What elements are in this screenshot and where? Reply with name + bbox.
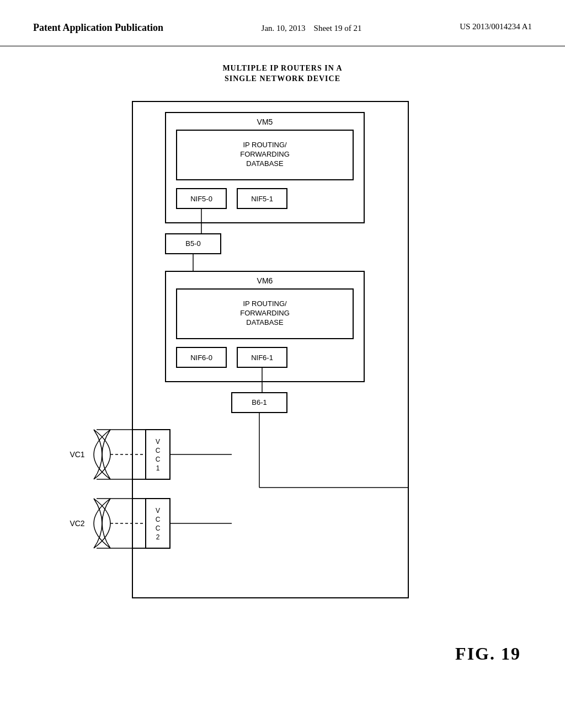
page-header: Patent Application Publication Jan. 10, … <box>0 0 565 46</box>
svg-text:C: C <box>156 516 161 523</box>
svg-text:C: C <box>156 447 161 454</box>
svg-rect-0 <box>132 101 408 598</box>
svg-rect-3 <box>177 130 353 180</box>
svg-rect-7 <box>177 189 226 208</box>
svg-text:VC2: VC2 <box>70 519 84 528</box>
svg-text:VM6: VM6 <box>257 276 273 285</box>
publication-title: Patent Application Publication <box>33 22 163 34</box>
date-label: Jan. 10, 2013 <box>262 24 306 33</box>
svg-rect-12 <box>166 234 221 254</box>
svg-rect-21 <box>177 347 226 367</box>
svg-rect-9 <box>237 189 287 208</box>
svg-text:VC1: VC1 <box>70 450 84 459</box>
svg-text:NIF6-0: NIF6-0 <box>190 354 212 362</box>
svg-text:IP ROUTING/: IP ROUTING/ <box>243 299 287 308</box>
svg-text:B5-0: B5-0 <box>185 239 200 248</box>
patent-number: US 2013/0014234 A1 <box>460 22 532 31</box>
svg-text:2: 2 <box>156 533 160 541</box>
svg-rect-23 <box>237 347 287 367</box>
svg-text:DATABASE: DATABASE <box>246 159 284 168</box>
svg-text:C: C <box>156 524 161 532</box>
header-meta: Jan. 10, 2013 Sheet 19 of 21 <box>262 22 362 35</box>
diagram-svg: VM5 IP ROUTING/ FORWARDING DATABASE NIF5… <box>0 46 565 681</box>
svg-text:NIF5-1: NIF5-1 <box>251 195 273 203</box>
svg-text:V: V <box>156 507 160 515</box>
svg-text:IP ROUTING/: IP ROUTING/ <box>243 141 287 149</box>
svg-rect-26 <box>232 393 287 413</box>
svg-text:NIF6-1: NIF6-1 <box>251 354 273 362</box>
svg-text:B6-1: B6-1 <box>252 398 266 406</box>
svg-text:1: 1 <box>156 464 160 472</box>
figure-label: FIG. 19 <box>455 644 521 664</box>
svg-text:DATABASE: DATABASE <box>246 318 284 326</box>
svg-text:FORWARDING: FORWARDING <box>240 309 290 317</box>
sheet-label: Sheet 19 of 21 <box>314 24 362 33</box>
svg-text:FORWARDING: FORWARDING <box>240 150 290 158</box>
svg-text:VM5: VM5 <box>257 117 273 126</box>
diagram-title: MULTIPLE IP ROUTERS IN A SINGLE NETWORK … <box>222 63 342 84</box>
svg-text:NIF5-0: NIF5-0 <box>190 195 212 203</box>
svg-text:V: V <box>156 438 160 446</box>
diagram-area: MULTIPLE IP ROUTERS IN A SINGLE NETWORK … <box>0 46 565 681</box>
svg-text:C: C <box>156 456 161 463</box>
svg-rect-35 <box>146 499 170 548</box>
svg-rect-30 <box>146 430 170 479</box>
svg-rect-1 <box>166 113 364 223</box>
svg-rect-17 <box>177 289 353 339</box>
svg-rect-15 <box>166 271 364 382</box>
